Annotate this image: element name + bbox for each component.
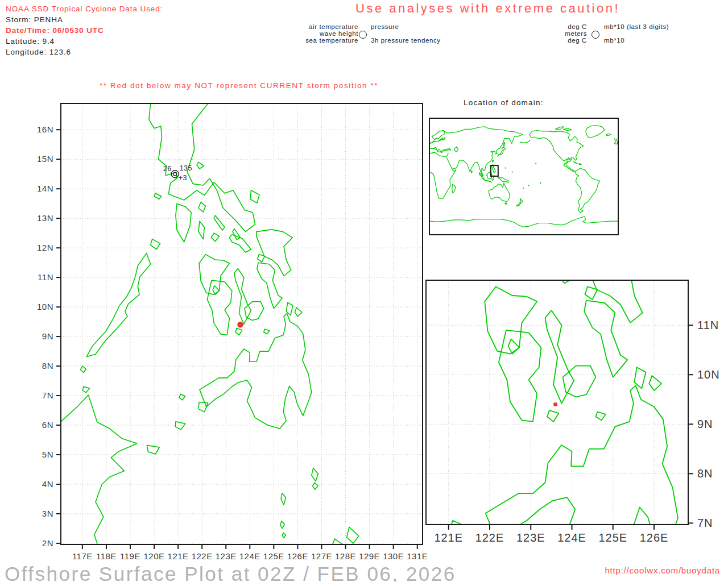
axis-label: 2N: [42, 538, 53, 548]
axis-label: 7N: [697, 517, 713, 529]
coastline: [579, 164, 582, 165]
coastline: [154, 193, 162, 199]
island-dot: [505, 168, 506, 169]
axis-label: 8N: [42, 361, 53, 371]
coastline: [485, 286, 537, 354]
coastline: [399, 34, 581, 249]
axis-label: 119E: [120, 551, 140, 561]
coastline: [429, 135, 523, 199]
site-url: http://coolwx.com/buoydata: [605, 566, 720, 575]
axis-label: 3N: [42, 509, 53, 518]
coastline: [530, 131, 600, 213]
coastline: [175, 422, 185, 430]
coastline: [179, 394, 185, 400]
axis-label: 16N: [37, 124, 53, 134]
coastline: [493, 160, 494, 162]
coastline: [485, 180, 492, 182]
coastline: [82, 386, 90, 392]
axis-label: 117E: [72, 551, 93, 561]
axis-label: 124E: [557, 531, 586, 544]
coastline: [486, 385, 678, 579]
coastline: [198, 402, 208, 412]
coastline: [281, 473, 291, 484]
coastline: [402, 261, 418, 278]
grid-lines: [426, 280, 688, 525]
coastline: [429, 147, 451, 152]
coastline: [634, 367, 646, 388]
coastline: [454, 147, 458, 152]
coastline: [545, 310, 574, 404]
coastline: [264, 329, 270, 334]
axis-label: 13N: [37, 213, 53, 223]
axis-label: 126E: [640, 531, 669, 544]
axis-label: 125E: [263, 551, 284, 561]
coastline: [282, 533, 286, 538]
coastline: [606, 134, 611, 136]
island-dot: [540, 182, 541, 184]
axis-label: 7N: [42, 390, 53, 400]
coastline: [445, 202, 471, 266]
coastline: [516, 203, 520, 206]
coastline: [595, 412, 605, 421]
coastline: [198, 221, 205, 239]
coastline: [250, 190, 259, 203]
axis-label: 127E: [311, 551, 332, 561]
coastline: [233, 228, 241, 239]
coastline: [429, 217, 618, 227]
island-dot: [535, 163, 536, 164]
axis-label: 121E: [434, 531, 463, 544]
coastline: [563, 128, 572, 130]
coastline: [211, 233, 219, 242]
coastline: [489, 183, 510, 202]
storm-position-dot: [553, 402, 557, 406]
coastline: [547, 410, 559, 422]
axis-label: 126E: [287, 551, 308, 561]
coastline: [481, 132, 493, 143]
coastline: [442, 127, 523, 135]
coastline: [200, 314, 312, 429]
coastline: [471, 171, 473, 172]
axis-label: 118E: [96, 551, 117, 561]
coastline-group: [429, 126, 618, 227]
coastline: [313, 483, 318, 489]
coastline: [284, 508, 297, 518]
axis-label: 10N: [37, 302, 53, 311]
coastline: [86, 253, 150, 357]
axis-label: 10N: [697, 368, 720, 381]
axis-label: 121E: [168, 551, 189, 561]
coastline-group: [247, 34, 728, 582]
coastline: [573, 161, 577, 163]
coastline: [510, 221, 529, 246]
coastline: [584, 245, 645, 323]
island-dot: [512, 171, 513, 172]
coastline: [213, 286, 219, 295]
station-tendency-value: +3: [179, 174, 187, 182]
axis-label: 131E: [407, 551, 428, 561]
coastline: [555, 127, 564, 130]
coastline: [235, 329, 242, 335]
coastline: [198, 202, 206, 212]
coastline: [520, 198, 523, 203]
coastline: [429, 152, 448, 156]
offshore-surface-plot-page: NOAA SSD Tropical Cyclone Data Used: Sto…: [0, 0, 728, 582]
coastline: [506, 251, 520, 265]
coastline: [450, 521, 461, 530]
coastline: [649, 376, 661, 390]
coastline: [292, 285, 402, 458]
coastline: [230, 235, 251, 252]
coastline: [312, 468, 318, 481]
map-canvas: 2N3N4N5N6N7N8N9N10N11N12N13N14N15N16N117…: [0, 0, 728, 582]
coastline: [81, 366, 86, 372]
coastline: [197, 162, 204, 169]
axis-label: 14N: [37, 184, 53, 193]
coastline: [281, 493, 286, 505]
axis-label: 9N: [697, 418, 713, 430]
axis-label: 9N: [42, 331, 53, 341]
axis-label: 12N: [37, 243, 53, 252]
coastline: [408, 184, 420, 194]
coastline: [585, 286, 598, 300]
coastline: [505, 203, 507, 204]
coastline: [61, 395, 137, 552]
coastline: [586, 126, 605, 138]
axis-label: 123E: [516, 531, 545, 544]
